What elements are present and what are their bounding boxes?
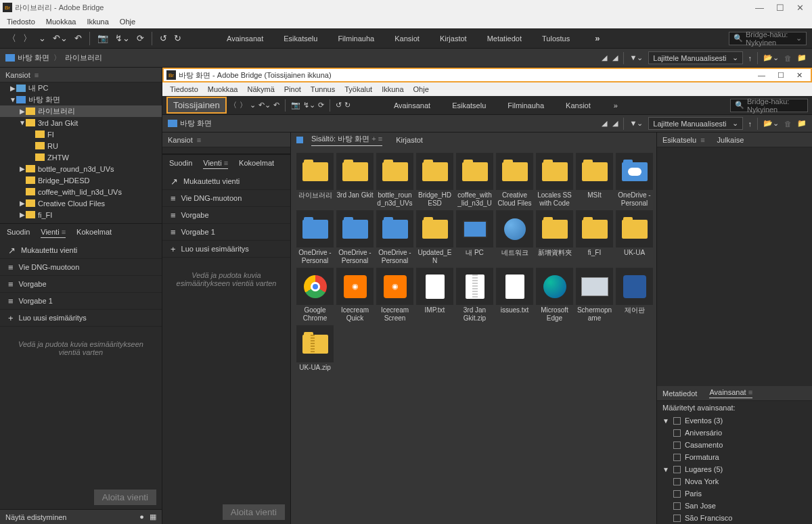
open-icon[interactable]: 📂⌄: [763, 119, 779, 128]
publish-label[interactable]: Julkaise: [717, 136, 744, 144]
grid-item[interactable]: issues.txt: [496, 268, 533, 323]
undo-icon[interactable]: ↶: [72, 32, 84, 45]
menu-edit[interactable]: Muokkaa: [203, 84, 243, 95]
start-export-button[interactable]: Aloita vienti: [223, 504, 285, 520]
checkbox[interactable]: [673, 417, 681, 425]
expand-icon[interactable]: ▼: [9, 96, 16, 103]
expand-icon[interactable]: ▼: [662, 417, 669, 425]
breadcrumb-part[interactable]: 라이브러리: [65, 53, 102, 63]
undo-icon[interactable]: ↶: [273, 101, 279, 110]
export-preset[interactable]: ↗Mukautettu vienti: [0, 242, 162, 259]
tab-export[interactable]: Vienti ≡: [41, 228, 66, 238]
tab-folders[interactable]: Kansiot: [394, 32, 420, 45]
tab-filter[interactable]: Suodin: [7, 228, 30, 238]
new-folder-icon[interactable]: 📁: [797, 119, 807, 128]
show-progress-label[interactable]: Näytä edistyminen: [5, 513, 67, 521]
panel-menu-icon[interactable]: ≡: [35, 71, 39, 79]
grid-item[interactable]: OneDrive - Personal: [376, 210, 413, 265]
grid-item[interactable]: ◉Icecream Screen Re...der 7: [376, 268, 413, 323]
grid-item[interactable]: OneDrive - Personal: [336, 210, 374, 265]
keyword-item[interactable]: Paris: [657, 487, 812, 500]
panel-menu-icon[interactable]: ≡: [197, 136, 201, 144]
export-preset[interactable]: ≡Vie DNG-muotoon: [162, 190, 290, 207]
grid-item[interactable]: Microsoft Edge: [536, 268, 573, 323]
secondary-button[interactable]: Toissijainen: [166, 97, 227, 114]
recent-icon[interactable]: ↶⌄: [258, 101, 271, 110]
breadcrumb-part[interactable]: 바탕 화면: [18, 53, 49, 63]
export-preset[interactable]: ≡Vie DNG-muotoon: [0, 259, 162, 276]
sort-select[interactable]: Lajittele Manuaalisesti ⌄: [648, 51, 742, 64]
menu-window[interactable]: Ikkuna: [377, 84, 408, 95]
grid-item[interactable]: fi_FI: [576, 210, 613, 265]
expand-icon[interactable]: ▶: [19, 108, 26, 115]
grid-item[interactable]: 3rd Jan Gkit: [336, 153, 374, 208]
menu-help[interactable]: Ohje: [409, 84, 434, 95]
grid-item[interactable]: IMP.txt: [416, 268, 453, 323]
grid-item[interactable]: ◉Icecream Quick Screenshot: [336, 268, 374, 323]
minimize-icon[interactable]: ―: [758, 71, 765, 80]
tree-item[interactable]: ▼바탕 화면: [0, 94, 162, 105]
chevron-down-icon[interactable]: ⌄: [250, 101, 256, 110]
menu-tools[interactable]: Työkalut: [340, 84, 377, 95]
menu-file[interactable]: Tiedosto: [165, 84, 203, 95]
chevron-down-icon[interactable]: ⌄: [37, 32, 48, 45]
grid-item[interactable]: UK-UA.zip: [296, 325, 334, 380]
tree-item[interactable]: ▶Creative Cloud Files: [0, 197, 162, 209]
close-icon[interactable]: ✕: [796, 71, 803, 80]
grid-item[interactable]: Schermopname (878).png: [576, 268, 613, 323]
tab-folders[interactable]: Kansiot: [566, 101, 591, 110]
checkbox[interactable]: [673, 490, 681, 498]
tab-libraries[interactable]: Kirjastot: [440, 32, 467, 45]
grid-item[interactable]: UK-UA: [616, 210, 653, 265]
metadata-tab[interactable]: Metatiedot: [662, 389, 697, 398]
grid-item[interactable]: 네트워크: [496, 210, 533, 265]
menu-window[interactable]: Ikkuna: [81, 16, 114, 27]
keyword-item[interactable]: São Francisco: [657, 512, 812, 524]
filter-icon[interactable]: ▼⌄: [629, 53, 643, 62]
tree-item[interactable]: ▶라이브러리: [0, 105, 162, 117]
chevron-down-icon[interactable]: ⌄: [796, 34, 802, 43]
maximize-icon[interactable]: ☐: [777, 71, 784, 80]
camera-icon[interactable]: 📷: [291, 101, 300, 110]
checkbox[interactable]: [673, 454, 681, 461]
tab-filmstrip[interactable]: Filminauha: [338, 32, 374, 45]
panel-menu-icon[interactable]: ≡: [700, 136, 704, 144]
grid-item[interactable]: Bridge_HDESD: [416, 153, 453, 208]
grid-item[interactable]: Updated_EN: [416, 210, 453, 265]
more-icon[interactable]: »: [614, 101, 618, 110]
grid-item[interactable]: MSIt: [576, 153, 613, 208]
export-preset[interactable]: ↗Mukautettu vienti: [162, 173, 290, 190]
minimize-icon[interactable]: ―: [755, 3, 764, 13]
sort-asc-icon[interactable]: ↑: [748, 54, 752, 62]
grid-item[interactable]: 제어판: [616, 268, 653, 323]
grid-item[interactable]: 내 PC: [456, 210, 493, 265]
grid-item[interactable]: bottle_round_n3d_UVs: [376, 153, 413, 208]
tab-output[interactable]: Tulostus: [542, 32, 570, 45]
checkbox[interactable]: [673, 515, 681, 522]
keyword-group[interactable]: ▼Lugares (5): [657, 463, 812, 475]
sub-sort-select[interactable]: Lajittele Manuaalisesti ⌄: [648, 117, 742, 130]
expand-icon[interactable]: ▼: [19, 119, 26, 126]
trash-icon[interactable]: 🗑: [784, 120, 792, 128]
tab-keywords[interactable]: Avainsanat: [227, 32, 263, 45]
tree-item[interactable]: Bridge_HDESD: [0, 174, 162, 186]
filter-icon[interactable]: ▼⌄: [629, 119, 643, 128]
grid-item[interactable]: OneDrive - Personal: [616, 153, 653, 208]
preview-label[interactable]: Esikatselu: [662, 136, 696, 144]
thumb-large-icon[interactable]: ◢: [612, 119, 618, 128]
keyword-group[interactable]: ▼Eventos (3): [657, 414, 812, 427]
tab-export[interactable]: Vienti ≡: [203, 159, 228, 169]
export-preset[interactable]: ≡Vorgabe: [0, 276, 162, 293]
sort-asc-icon[interactable]: ↑: [748, 120, 752, 128]
new-folder-icon[interactable]: 📁: [797, 53, 807, 62]
tab-filmstrip[interactable]: Filminauha: [508, 101, 544, 110]
close-icon[interactable]: ✕: [796, 3, 804, 13]
checkbox[interactable]: [673, 478, 681, 485]
rotate-ccw-icon[interactable]: ↺: [158, 32, 169, 45]
back-icon[interactable]: 〈: [229, 100, 237, 110]
rotate-cw-icon[interactable]: ↻: [172, 32, 183, 45]
more-icon[interactable]: »: [593, 32, 602, 45]
tree-item[interactable]: ▶bottle_round_n3d_UVs: [0, 163, 162, 174]
tab-keywords[interactable]: Avainsanat: [394, 101, 430, 110]
tree-item[interactable]: ▶fi_FI: [0, 209, 162, 220]
